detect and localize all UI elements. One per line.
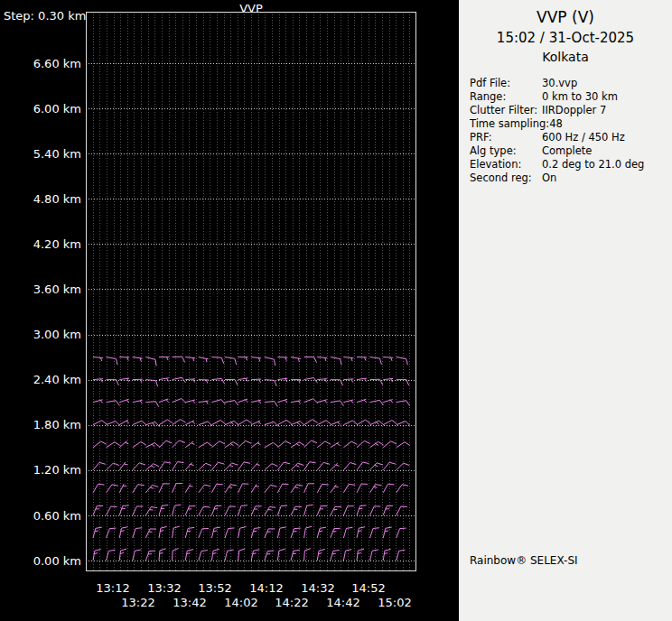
info-site: Kolkata [459, 50, 672, 64]
param-value: IIRDoppler 7 [542, 104, 606, 116]
x-axis-label: 14:22 [268, 597, 315, 609]
x-axis-label: 15:02 [371, 597, 418, 609]
y-axis-label: 1.80 km [7, 419, 81, 431]
param-value: 30.vvp [542, 77, 577, 89]
param-label: PRF: [470, 131, 542, 144]
param-value: Complete [542, 144, 592, 157]
x-axis-label: 14:52 [345, 582, 392, 595]
parameter-list: Pdf File:30.vvp Range:0 km to 30 km Clut… [459, 77, 672, 185]
param-row: PRF:600 Hz / 450 Hz [470, 131, 672, 144]
param-row: Second reg:On [470, 171, 672, 185]
x-axis-label: 14:42 [320, 597, 367, 609]
step-label: Step: 0.30 km [4, 9, 86, 23]
info-title: VVP (V) [459, 8, 672, 26]
x-axis-label: 13:32 [141, 582, 188, 595]
param-row: Pdf File:30.vvp [470, 77, 672, 90]
y-axis-label: 4.80 km [7, 193, 81, 206]
param-value: On [542, 171, 556, 184]
param-value: 48 [549, 117, 563, 130]
y-axis-label: 5.40 km [7, 148, 81, 161]
x-axis-label: 13:42 [166, 597, 213, 609]
x-axis-label: 14:32 [294, 582, 341, 595]
y-axis-label: 6.60 km [7, 58, 81, 70]
param-row: Clutter Filter:IIRDoppler 7 [470, 104, 672, 117]
param-value: 0 km to 30 km [542, 90, 618, 103]
x-axis-label: 14:02 [218, 597, 265, 609]
y-axis-label: 0.00 km [7, 555, 81, 568]
y-axis-label: 6.00 km [7, 103, 81, 116]
param-label: Alg type: [470, 144, 542, 158]
param-row: Range:0 km to 30 km [470, 90, 672, 104]
wind-barb-chart [86, 12, 416, 571]
info-datetime: 15:02 / 31-Oct-2025 [459, 30, 672, 46]
x-axis-label: 14:12 [243, 582, 290, 595]
y-axis-label: 0.60 km [7, 510, 81, 523]
param-label: Elevation: [470, 158, 542, 171]
y-axis-label: 1.20 km [7, 464, 81, 477]
param-label: Pdf File: [470, 77, 542, 90]
brand-label: Rainbow® SELEX-SI [470, 554, 578, 567]
param-value: 600 Hz / 450 Hz [542, 131, 625, 144]
y-axis-label: 2.40 km [7, 374, 81, 386]
param-label: Second reg: [470, 171, 542, 185]
x-axis-label: 13:12 [89, 582, 136, 595]
x-axis-label: 13:22 [115, 597, 162, 609]
info-panel: VVP (V) 15:02 / 31-Oct-2025 Kolkata Pdf … [459, 0, 672, 621]
param-row: Alg type:Complete [470, 144, 672, 158]
y-axis-label: 3.60 km [7, 283, 81, 296]
param-row: Elevation:0.2 deg to 21.0 deg [470, 158, 672, 171]
x-axis-label: 13:52 [191, 582, 238, 595]
param-row: Time sampling:48 [470, 117, 672, 131]
param-label: Clutter Filter: [470, 104, 542, 117]
y-axis-label: 4.20 km [7, 238, 81, 251]
y-axis-label: 3.00 km [7, 329, 81, 341]
param-label: Time sampling: [470, 117, 549, 131]
param-value: 0.2 deg to 21.0 deg [542, 158, 644, 171]
param-label: Range: [470, 90, 542, 104]
